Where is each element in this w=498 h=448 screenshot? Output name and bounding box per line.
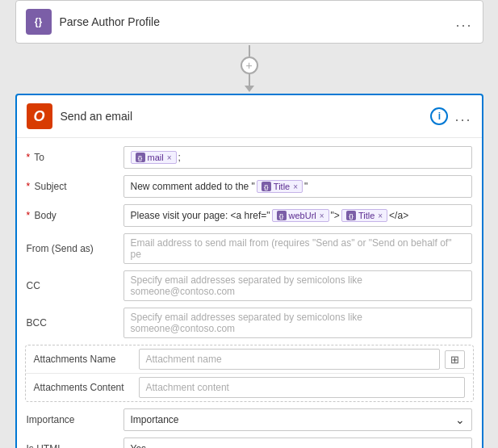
body-token2-chip[interactable]: {} Title ×: [341, 209, 387, 222]
subject-label-text: Subject: [35, 181, 67, 192]
info-button[interactable]: i: [430, 107, 448, 125]
outlook-letter: O: [33, 108, 44, 125]
form-body: * To {} mail × ; * Subject: [17, 138, 482, 448]
bcc-placeholder: Specify email addresses separated by sem…: [131, 312, 465, 334]
flow-wrapper: {} Parse Author Profile ... + O Send an …: [0, 0, 498, 448]
is-html-value: Yes: [131, 443, 147, 448]
attachments-name-label: Attachments Name: [34, 354, 139, 365]
advanced-section: Attachments Name Attachment name ⊞ Attac…: [25, 345, 474, 402]
importance-dropdown[interactable]: Importance ⌄: [123, 408, 472, 431]
body-label-text: Body: [35, 210, 56, 221]
is-html-label: Is HTML: [27, 443, 123, 448]
connector-arrow: [245, 86, 254, 92]
to-token-icon: {}: [136, 153, 145, 162]
attachments-content-placeholder: Attachment content: [146, 382, 229, 393]
attachments-name-placeholder: Attachment name: [146, 354, 222, 365]
body-token1-icon: {}: [277, 211, 287, 220]
body-token1-label: webUrl: [289, 211, 316, 220]
body-token2-label: Title: [358, 211, 375, 220]
add-step-button[interactable]: +: [241, 57, 258, 74]
subject-suffix: ": [304, 181, 308, 192]
from-placeholder: Email address to send mail from (require…: [131, 237, 465, 260]
attachments-name-row: Attachments Name Attachment name ⊞: [26, 345, 473, 373]
body-input[interactable]: Please visit your page: <a href=" {} web…: [123, 204, 472, 227]
connector-top: +: [241, 45, 258, 92]
to-suffix: ;: [178, 152, 181, 163]
cc-row: CC Specify email addresses separated by …: [17, 267, 482, 304]
parse-card-title: Parse Author Profile: [60, 15, 456, 28]
subject-input[interactable]: New comment added to the " {} Title × ": [123, 175, 472, 198]
body-label: * Body: [27, 210, 123, 221]
subject-row: * Subject New comment added to the " {} …: [17, 172, 482, 201]
to-token-chip[interactable]: {} mail ×: [131, 151, 177, 164]
subject-token-close[interactable]: ×: [293, 182, 298, 191]
parse-card-icon: {}: [26, 9, 52, 35]
connector-line-top: [249, 45, 250, 57]
importance-value: Importance: [131, 414, 179, 425]
cc-label: CC: [27, 280, 123, 291]
cc-input[interactable]: Specify email addresses separated by sem…: [123, 270, 472, 301]
importance-label: Importance: [27, 414, 123, 425]
parse-card-menu[interactable]: ...: [455, 14, 472, 31]
outlook-icon: O: [27, 103, 52, 129]
cc-placeholder: Specify email addresses separated by sem…: [131, 274, 465, 297]
to-label-text: To: [34, 152, 44, 163]
body-sep: ">: [331, 210, 340, 221]
to-row: * To {} mail × ;: [17, 143, 482, 172]
attachments-content-input[interactable]: Attachment content: [139, 377, 465, 398]
bcc-label: BCC: [27, 317, 123, 329]
to-input[interactable]: {} mail × ;: [123, 146, 472, 169]
body-suffix: </a>: [389, 210, 408, 221]
subject-prefix: New comment added to the ": [131, 181, 255, 192]
subject-token-chip[interactable]: {} Title ×: [257, 180, 303, 193]
connector-line-bottom: [249, 74, 250, 86]
email-header-icons: i ...: [430, 107, 471, 125]
bcc-row: BCC Specify email addresses separated by…: [17, 304, 482, 341]
to-required: *: [27, 152, 31, 163]
body-required: *: [27, 210, 31, 221]
from-row: From (Send as) Email address to send mai…: [17, 230, 482, 267]
body-token2-icon: {}: [346, 211, 356, 220]
importance-row: Importance Importance ⌄: [17, 405, 482, 434]
is-html-dropdown[interactable]: Yes ⌄: [123, 438, 472, 448]
subject-label: * Subject: [27, 181, 123, 192]
is-html-chevron-icon: ⌄: [455, 442, 465, 448]
body-token1-close[interactable]: ×: [320, 211, 324, 220]
attachments-add-button[interactable]: ⊞: [445, 350, 465, 369]
attachments-content-row: Attachments Content Attachment content: [26, 374, 473, 401]
attachments-name-input[interactable]: Attachment name: [139, 349, 440, 370]
body-token1-chip[interactable]: {} webUrl ×: [272, 209, 329, 222]
subject-required: *: [27, 181, 31, 192]
body-prefix: Please visit your page: <a href=": [131, 210, 270, 221]
to-label: * To: [27, 152, 123, 163]
email-card: O Send an email i ... * To {} mail: [15, 94, 483, 448]
body-token2-close[interactable]: ×: [378, 211, 383, 220]
from-input[interactable]: Email address to send mail from (require…: [123, 233, 472, 264]
email-menu-button[interactable]: ...: [454, 108, 471, 125]
to-token-label: mail: [148, 153, 164, 162]
attachments-content-label: Attachments Content: [34, 382, 139, 393]
is-html-row: Is HTML Yes ⌄: [17, 434, 482, 448]
email-card-title: Send an email: [61, 110, 431, 123]
body-row: * Body Please visit your page: <a href="…: [17, 201, 482, 230]
subject-token-icon: {}: [262, 182, 271, 191]
parse-card: {} Parse Author Profile ...: [15, 0, 483, 44]
email-card-header: O Send an email i ...: [17, 95, 482, 138]
from-label: From (Send as): [27, 243, 123, 254]
subject-token-label: Title: [274, 182, 290, 191]
bcc-input[interactable]: Specify email addresses separated by sem…: [123, 308, 472, 338]
parse-icon-label: {}: [35, 16, 42, 27]
importance-chevron-icon: ⌄: [455, 413, 465, 426]
to-token-close[interactable]: ×: [167, 153, 172, 162]
